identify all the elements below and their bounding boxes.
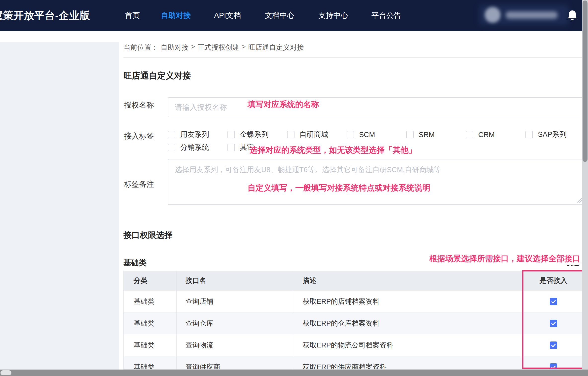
tag-option-kingdee[interactable]: 金蝶系列 — [227, 130, 287, 140]
vertical-scrollbar-thumb[interactable] — [583, 0, 588, 162]
col-header-category: 分类 — [124, 271, 177, 290]
vertical-scrollbar[interactable] — [582, 0, 588, 376]
nav-api-docs[interactable]: API文档 — [214, 0, 241, 31]
avatar[interactable] — [485, 7, 501, 23]
user-account-area[interactable] — [479, 5, 570, 26]
sidebar — [0, 42, 119, 370]
horizontal-scrollbar-thumb[interactable] — [0, 370, 11, 375]
checkbox-unchecked[interactable] — [168, 131, 175, 138]
tag-option-yonyou[interactable]: 用友系列 — [168, 130, 227, 140]
col-header-enabled: 是否接入 — [523, 271, 584, 290]
tag-option-srm[interactable]: SRM — [406, 130, 466, 140]
checkbox-unchecked[interactable] — [347, 131, 354, 138]
checkbox-unchecked[interactable] — [466, 131, 473, 138]
remark-label: 标签备注 — [124, 179, 154, 189]
nav-announcements[interactable]: 平台公告 — [371, 0, 401, 31]
breadcrumb-current: 旺店通自定义对接 — [248, 43, 304, 52]
tag-option-scm[interactable]: SCM — [347, 130, 406, 140]
breadcrumb-link-self-service[interactable]: 自助对接 — [161, 43, 188, 52]
brand-logo: 慧策开放平台-企业版 — [0, 0, 90, 31]
auth-name-input[interactable] — [168, 97, 585, 117]
checkbox-unchecked[interactable] — [406, 131, 414, 138]
username-blurred — [506, 11, 558, 19]
tag-options-row1: 用友系列 金蝶系列 自研商城 SCM SRM CRM SAP系列 — [168, 130, 585, 140]
checkbox-unchecked[interactable] — [227, 144, 235, 151]
table-header-row: 分类 接口名 描述 是否接入 — [124, 271, 585, 290]
permissions-table: 分类 接口名 描述 是否接入 基础类 查询店铺 获取ERP的店铺档案资料 基础类… — [123, 271, 585, 370]
nav-support-center[interactable]: 支持中心 — [318, 0, 348, 31]
notification-bell-icon[interactable] — [567, 9, 578, 21]
table-row: 基础类 查询物流 获取ERP的物流公司档案资料 — [124, 334, 585, 356]
permissions-section-title: 接口权限选择 — [123, 230, 173, 241]
checkbox-unchecked[interactable] — [227, 131, 235, 138]
tag-option-crm[interactable]: CRM — [466, 130, 525, 140]
page-title: 旺店通自定义对接 — [123, 70, 191, 81]
breadcrumb-separator: > — [191, 43, 195, 52]
annotation-permissions: 根据场景选择所需接口，建议选择全部接口 — [428, 253, 582, 265]
resize-grip-icon[interactable] — [576, 197, 583, 203]
app-window: 慧策开放平台-企业版 首页 自助对接 API文档 文档中心 支持中心 平台公告 … — [0, 0, 588, 376]
breadcrumb: 当前位置： 自助对接 > 正式授权创建 > 旺店通自定义对接 — [123, 43, 304, 52]
table-row: 基础类 查询仓库 获取ERP的仓库档案资料 — [124, 312, 585, 334]
tag-option-sap[interactable]: SAP系列 — [525, 130, 585, 140]
breadcrumb-separator: > — [242, 43, 246, 52]
annotation-remark: 自定义填写，一般填写对接系统特点或对接系统说明 — [248, 183, 430, 193]
checkbox-unchecked[interactable] — [287, 131, 294, 138]
nav-doc-center[interactable]: 文档中心 — [265, 0, 294, 31]
horizontal-scrollbar[interactable] — [0, 370, 588, 376]
tags-label: 接入标签 — [124, 131, 154, 141]
checkbox-checked[interactable] — [550, 341, 557, 349]
nav-home[interactable]: 首页 — [125, 0, 140, 31]
table-row: 基础类 查询供应商 获取ERP的供应商档案资料 — [124, 356, 585, 370]
col-header-api-name: 接口名 — [177, 271, 292, 290]
nav-self-service[interactable]: 自助对接 — [161, 0, 191, 31]
breadcrumb-divider — [123, 57, 582, 58]
table-row: 基础类 查询店铺 获取ERP的店铺档案资料 — [124, 290, 585, 312]
auth-name-label: 授权名称 — [124, 100, 154, 110]
col-header-description: 描述 — [292, 271, 523, 290]
breadcrumb-link-auth-create[interactable]: 正式授权创建 — [197, 43, 239, 52]
checkbox-unchecked[interactable] — [168, 144, 175, 151]
top-navbar: 慧策开放平台-企业版 首页 自助对接 API文档 文档中心 支持中心 平台公告 — [0, 0, 588, 31]
checkbox-checked[interactable] — [550, 363, 557, 370]
tag-option-self-mall[interactable]: 自研商城 — [287, 130, 347, 140]
annotation-tags: 选择对应的系统类型，如无该类型选择「其他」 — [250, 145, 416, 156]
checkbox-unchecked[interactable] — [525, 131, 533, 138]
permissions-group-title: 基础类 — [123, 258, 147, 268]
checkbox-checked[interactable] — [550, 298, 557, 305]
checkbox-checked[interactable] — [550, 320, 557, 327]
annotation-auth-name: 填写对应系统的名称 — [248, 99, 319, 110]
remark-textarea[interactable] — [168, 159, 585, 205]
breadcrumb-prefix: 当前位置： — [123, 43, 158, 52]
tag-option-distribution[interactable]: 分销系统 — [168, 143, 227, 152]
